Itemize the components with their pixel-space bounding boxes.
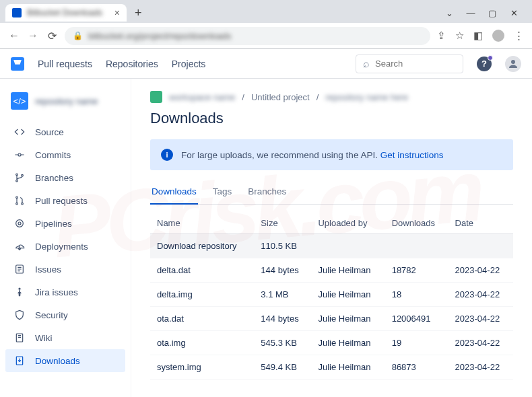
sidebar-item-security[interactable]: Security [5, 303, 125, 326]
sidebar-item-label: Pull requests [35, 196, 88, 206]
tab-branches[interactable]: Branches [246, 182, 288, 204]
info-banner: i For large uploads, we recommend using … [150, 139, 513, 170]
cell-by: Julie Heilman [311, 355, 385, 380]
sidebar-item-pull-requests[interactable]: Pull requests [5, 189, 125, 212]
table-row[interactable]: delta.dat144 bytesJulie Heilman187822023… [150, 258, 513, 283]
svg-point-3 [16, 180, 18, 182]
sidebar-item-label: Deployments [35, 242, 88, 252]
download-icon [13, 355, 26, 367]
search-input[interactable] [375, 59, 456, 69]
sidebar-item-wiki[interactable]: Wiki [5, 326, 125, 349]
cell-date: 2023-04-22 [448, 283, 513, 307]
cell-size: 549.4 KB [254, 355, 311, 380]
project-icon [150, 91, 162, 103]
cell-date: 2023-04-22 [448, 258, 513, 283]
sidebar-item-issues[interactable]: Issues [5, 258, 125, 281]
issues-icon [13, 263, 26, 275]
cell-date: 2023-04-22 [448, 355, 513, 380]
table-row[interactable]: ota.img545.3 KBJulie Heilman192023-04-22 [150, 331, 513, 355]
cell-size: 3.1 MB [254, 283, 311, 307]
sidebar-item-branches[interactable]: Branches [5, 166, 125, 189]
panel-icon[interactable]: ◧ [473, 30, 483, 42]
sidebar-item-label: Jira issues [35, 287, 78, 297]
svg-point-2 [16, 174, 18, 176]
cell-size: 144 bytes [254, 307, 311, 331]
deploy-icon [13, 240, 26, 252]
banner-link[interactable]: Get instructions [380, 150, 444, 160]
banner-text: For large uploads, we recommend using th… [181, 150, 380, 160]
column-header: Date [448, 213, 513, 234]
help-button[interactable]: ? [477, 57, 492, 71]
tab-tags[interactable]: Tags [211, 182, 234, 204]
sidebar-item-label: Branches [35, 173, 73, 183]
sidebar-item-label: Downloads [35, 356, 80, 366]
pull-icon [13, 194, 26, 207]
table-row[interactable]: system.img549.4 KBJulie Heilman868732023… [150, 355, 513, 380]
code-icon [13, 126, 26, 138]
commits-icon [13, 149, 26, 161]
breadcrumb: workspace name / Untitled project / repo… [150, 91, 513, 103]
user-avatar[interactable] [505, 56, 521, 72]
breadcrumb-project[interactable]: Untitled project [251, 92, 310, 102]
back-button[interactable]: ← [8, 30, 20, 42]
svg-point-8 [16, 220, 24, 227]
cell-date: 2023-04-22 [448, 331, 513, 355]
svg-rect-11 [16, 334, 22, 342]
minimize-icon[interactable]: — [466, 8, 475, 18]
share-icon[interactable]: ⇪ [437, 30, 446, 42]
svg-point-1 [18, 153, 21, 156]
column-header: Name [150, 213, 254, 234]
close-window-icon[interactable]: ✕ [509, 8, 519, 18]
sidebar-item-downloads[interactable]: Downloads [5, 349, 125, 372]
table-row[interactable]: ota.dat144 bytesJulie Heilman12006491202… [150, 307, 513, 331]
bitbucket-logo-icon[interactable] [11, 57, 24, 71]
new-tab-button[interactable]: + [129, 7, 147, 19]
nav-pull-requests[interactable]: Pull requests [38, 59, 92, 69]
sidebar-item-jira-issues[interactable]: Jira issues [5, 281, 125, 303]
sidebar-item-source[interactable]: Source [5, 120, 125, 143]
table-row[interactable]: delta.img3.1 MBJulie Heilman182023-04-22 [150, 283, 513, 307]
nav-repositories[interactable]: Repositories [106, 59, 158, 69]
security-icon [13, 309, 26, 321]
maximize-icon[interactable]: ▢ [488, 8, 497, 18]
cell-dl: 18 [385, 283, 448, 307]
sidebar-item-pipelines[interactable]: Pipelines [5, 212, 125, 235]
cell-date: 2023-04-22 [448, 307, 513, 331]
breadcrumb-workspace[interactable]: workspace name [169, 92, 235, 102]
cell-name: ota.dat [150, 307, 254, 331]
search-icon: ⌕ [363, 58, 370, 70]
cell-size: 110.5 KB [254, 234, 311, 258]
cell-name: Download repository [150, 234, 254, 258]
chevron-down-icon[interactable]: ⌄ [444, 8, 454, 18]
cell-by: Julie Heilman [311, 331, 385, 355]
sidebar-item-deployments[interactable]: Deployments [5, 235, 125, 258]
cell-date [448, 234, 513, 258]
cell-dl [385, 234, 448, 258]
sidebar-item-commits[interactable]: Commits [5, 143, 125, 166]
address-bar[interactable]: 🔒 bitbucket.org/project/repo/downloads [65, 27, 430, 45]
nav-projects[interactable]: Projects [172, 59, 206, 69]
cell-by: Julie Heilman [311, 283, 385, 307]
cell-dl: 86873 [385, 355, 448, 380]
browser-tab[interactable]: Bitbucket Downloads × [5, 4, 127, 22]
search-box[interactable]: ⌕ [356, 55, 463, 73]
breadcrumb-repo[interactable]: repository name here [325, 92, 408, 102]
repo-name: repository name [35, 96, 98, 106]
menu-icon[interactable]: ⋮ [514, 30, 524, 42]
page-title: Downloads [150, 110, 513, 127]
forward-button[interactable]: → [27, 30, 39, 42]
sidebar-item-label: Pipelines [35, 219, 72, 229]
bookmark-icon[interactable]: ☆ [455, 30, 464, 42]
pipe-icon [13, 217, 26, 229]
table-row[interactable]: Download repository110.5 KB [150, 234, 513, 258]
cell-dl: 19 [385, 331, 448, 355]
cell-by: Julie Heilman [311, 258, 385, 283]
close-tab-icon[interactable]: × [114, 8, 120, 17]
reload-button[interactable]: ⟳ [46, 30, 58, 42]
tab-downloads[interactable]: Downloads [150, 182, 198, 205]
sidebar-item-label: Issues [35, 264, 61, 275]
cell-size: 545.3 KB [254, 331, 311, 355]
profile-icon[interactable] [492, 30, 504, 42]
repo-icon: </> [11, 92, 28, 110]
tab-title: Bitbucket Downloads [27, 8, 109, 17]
